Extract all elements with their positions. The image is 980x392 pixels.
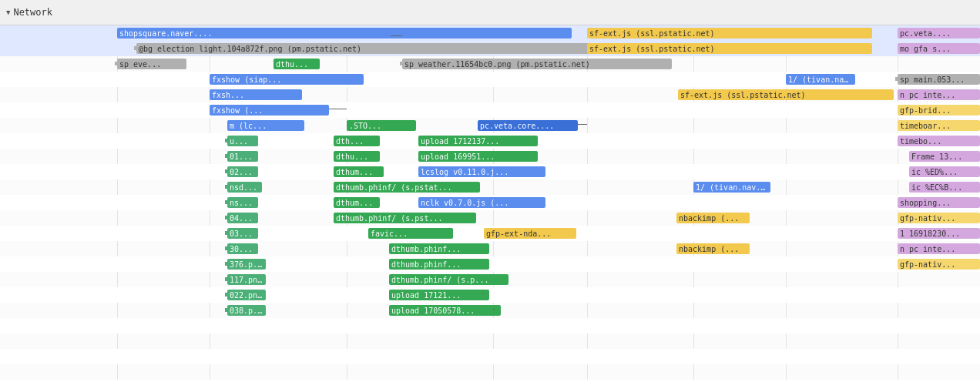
bar-label: fxsh... <box>212 91 244 99</box>
network-bar[interactable]: n_pc_inte... <box>898 89 980 100</box>
network-bar[interactable]: sf-ext.js (ssl.pstatic.net) <box>678 89 894 100</box>
network-bar[interactable]: fxshow (siap... <box>210 74 364 85</box>
bar-dot <box>225 293 229 297</box>
network-bar[interactable]: gfp-brid... <box>898 105 980 116</box>
bar-label: .STO... <box>349 122 381 130</box>
network-bar[interactable]: 01... <box>227 151 258 162</box>
bar-label: nbackimp (... <box>679 245 739 253</box>
network-bar[interactable]: pc.veta.core.... <box>478 120 578 131</box>
bar-dot <box>895 77 899 81</box>
bar-dot <box>400 62 404 65</box>
network-bar[interactable]: @bg_election_light.104a872f.png (pm.psta… <box>136 43 591 54</box>
bar-dot <box>225 277 229 281</box>
bar-label: dthumb.phinf/ (s.pst... <box>336 214 442 223</box>
waterfall-area[interactable]: shopsquare.naver....sf-ext.js (ssl.pstat… <box>0 25 980 392</box>
network-bar[interactable]: sf-ext.js (ssl.pstatic.net) <box>587 43 872 54</box>
bar-label: sp_main.053... <box>900 75 965 84</box>
network-bar[interactable]: shopsquare.naver.... <box>117 28 572 39</box>
network-bar[interactable]: 1_16918230... <box>898 228 980 239</box>
bar-label: m (lc... <box>230 122 267 130</box>
network-bar[interactable]: dthumb.phinf/ (s.p... <box>389 274 508 285</box>
bar-label: sp_weather.11654bc0.png (pm.pstatic.net) <box>404 60 590 69</box>
bar-label: gfp-nativ... <box>900 214 955 223</box>
network-bar[interactable]: pc.veta.... <box>898 28 980 39</box>
network-bar[interactable]: upload_17121... <box>389 290 489 300</box>
network-bar[interactable]: timeboar... <box>898 120 980 131</box>
network-bar[interactable]: gfp-nativ... <box>898 259 980 270</box>
bar-label: gfp-nativ... <box>900 260 955 269</box>
network-bar[interactable]: 038.p... <box>227 305 266 316</box>
bar-label: upload_17121... <box>391 291 461 300</box>
network-bar[interactable]: mo_gfa_s... <box>898 43 980 54</box>
network-bar[interactable]: 04... <box>227 213 258 223</box>
bar-dot <box>225 154 229 158</box>
row-bg <box>0 349 980 364</box>
bar-dot <box>225 216 229 219</box>
network-bar[interactable]: sp_main.053... <box>898 74 980 85</box>
bar-label: sf-ext.js (ssl.pstatic.net) <box>589 45 715 53</box>
network-bar[interactable]: 117.pn... <box>227 274 266 285</box>
network-bar[interactable]: favic... <box>368 228 453 239</box>
row-bg <box>0 210 980 226</box>
bar-dot <box>115 62 119 65</box>
connector-line <box>391 35 402 36</box>
panel-title: Network <box>13 7 52 18</box>
connector-line <box>329 109 347 109</box>
bar-label: nclk_v0.7.0.js (... <box>421 199 508 207</box>
row-bg <box>0 256 980 272</box>
network-bar[interactable]: timebo... <box>898 136 980 146</box>
network-bar[interactable]: nsd... <box>227 182 262 193</box>
bar-dot <box>225 308 229 312</box>
network-bar[interactable]: sp_eve... <box>117 59 186 69</box>
network-bar[interactable]: sf-ext.js (ssl.pstatic.net) <box>587 28 872 39</box>
network-bar[interactable]: fxsh... <box>210 89 302 100</box>
network-bar[interactable]: ic_%EC%B... <box>909 182 980 193</box>
network-bar[interactable]: nclk_v0.7.0.js (... <box>418 197 545 208</box>
network-bar[interactable]: sp_weather.11654bc0.png (pm.pstatic.net) <box>402 59 672 69</box>
bar-label: @bg_election_light.104a872f.png (pm.psta… <box>139 45 361 53</box>
network-bar[interactable]: dthumb.phinf/ (s.pst... <box>334 213 476 223</box>
bar-label: upload_17050578... <box>391 307 475 315</box>
network-bar[interactable]: gfp-ext-nda... <box>484 228 576 239</box>
network-bar[interactable]: dthu... <box>274 59 320 69</box>
network-bar[interactable]: dthumb.phinf... <box>389 243 489 254</box>
network-bar[interactable]: upload_169951... <box>418 151 538 162</box>
network-bar[interactable]: u... <box>227 136 258 146</box>
network-bar[interactable]: dthumb.phinf/ (s.pstat... <box>334 182 480 193</box>
network-bar[interactable]: m (lc... <box>227 120 304 131</box>
network-bar[interactable]: dthu... <box>334 151 380 162</box>
network-bar[interactable]: 03... <box>227 228 258 239</box>
network-bar[interactable]: n_pc_inte... <box>898 243 980 254</box>
bar-label: sf-ext.js (ssl.pstatic.net) <box>680 91 806 99</box>
network-bar[interactable]: dth... <box>334 136 380 146</box>
network-bar[interactable]: ic_%ED%... <box>909 166 980 177</box>
network-bar[interactable]: 022.pn... <box>227 290 266 300</box>
network-bar[interactable]: 30... <box>227 243 258 254</box>
network-bar[interactable]: dthum... <box>334 197 380 208</box>
network-bar[interactable]: ns... <box>227 197 258 208</box>
network-bar[interactable]: nbackimp (... <box>676 213 750 223</box>
network-bar[interactable]: 376.p... <box>227 259 266 270</box>
bar-label: timeboar... <box>900 122 951 130</box>
bar-label: u... <box>230 137 248 146</box>
network-bar[interactable]: 02... <box>227 166 258 177</box>
network-bar[interactable]: upload_17050578... <box>389 305 501 316</box>
network-bar[interactable]: Frame_13... <box>909 151 980 162</box>
network-bar[interactable]: upload_1712137... <box>418 136 538 146</box>
bar-label: n_pc_inte... <box>900 91 955 99</box>
bar-label: 1/ (tivan.na... <box>788 75 853 84</box>
network-bar[interactable]: nbackimp (... <box>676 243 750 254</box>
network-bar[interactable]: shopping... <box>898 197 980 208</box>
network-bar[interactable]: .STO... <box>347 120 416 131</box>
network-bar[interactable]: fxshow (... <box>210 105 329 116</box>
network-bar[interactable]: dthum... <box>334 166 384 177</box>
network-bar[interactable]: gfp-nativ... <box>898 213 980 223</box>
network-bar[interactable]: dthumb.phinf... <box>389 259 489 270</box>
network-bar[interactable]: lcslog_v0.11.0.j... <box>418 166 545 177</box>
bar-label: dthum... <box>336 199 373 207</box>
bar-label: dthumb.phinf... <box>391 260 461 269</box>
network-bar[interactable]: 1/ (tivan.nav... <box>693 182 770 193</box>
network-bar[interactable]: 1/ (tivan.na... <box>786 74 855 85</box>
bar-label: shopsquare.naver.... <box>119 29 212 38</box>
bar-label: 022.pn... <box>230 291 263 300</box>
